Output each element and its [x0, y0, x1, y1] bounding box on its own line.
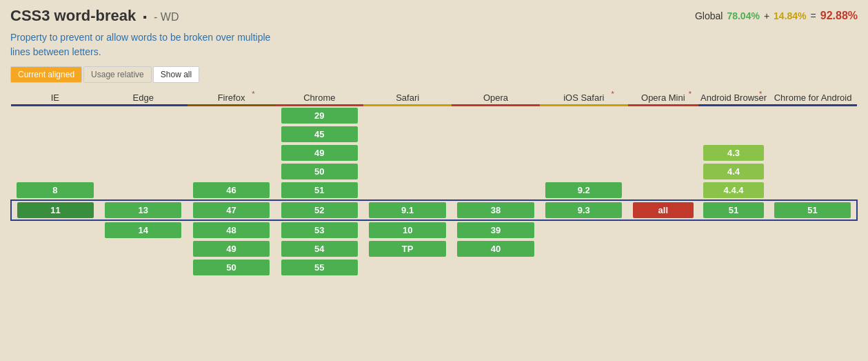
cell-wrapper	[769, 220, 857, 240]
document-icon: ▪	[143, 11, 147, 23]
cell-wrapper	[11, 106, 99, 125]
version-cell: 4.4.4	[703, 182, 764, 198]
ios-asterisk: *	[611, 90, 614, 98]
cell-wrapper: 38	[452, 200, 540, 220]
version-cell: 50	[193, 260, 270, 275]
browser-header-chrome: Chrome	[275, 90, 363, 104]
android-asterisk: *	[759, 90, 762, 98]
version-cell: all	[633, 202, 694, 218]
cell-wrapper	[628, 240, 698, 258]
cell-wrapper: 53	[275, 220, 363, 240]
browser-name-android: Android Browser	[700, 92, 767, 103]
table-row: 5055	[11, 258, 857, 277]
browser-header-edge: Edge	[99, 90, 188, 104]
version-cell: 9.3	[545, 202, 622, 218]
cell-wrapper	[452, 125, 540, 144]
tab-current-aligned[interactable]: Current aligned	[10, 66, 82, 83]
cell-wrapper: 51	[275, 181, 363, 200]
tab-show-all[interactable]: Show all	[153, 66, 199, 83]
cell-wrapper	[698, 125, 769, 144]
header-row: CSS3 word-break ▪ - WD Global 78.04% + 1…	[10, 7, 858, 25]
operamini-asterisk: *	[689, 90, 692, 98]
stat-equals: =	[811, 10, 816, 21]
cell-wrapper	[99, 144, 188, 162]
cell-wrapper	[99, 106, 188, 125]
description: Property to prevent or allow words to be…	[10, 30, 383, 59]
cell-wrapper	[769, 144, 857, 162]
browser-name-chrome: Chrome	[303, 92, 335, 103]
cell-wrapper: 14	[99, 220, 188, 240]
cell-wrapper: 4.3	[698, 144, 769, 162]
cell-wrapper	[698, 240, 769, 258]
browser-name-chromeandroid: Chrome for Android	[774, 92, 852, 103]
version-cell: 49	[281, 145, 358, 161]
description-line2: lines between letters.	[10, 46, 101, 57]
cell-wrapper: 9.1	[363, 200, 452, 220]
version-cell: 55	[281, 260, 358, 275]
version-cell: 39	[457, 222, 534, 238]
version-cell: 4.3	[703, 145, 764, 161]
tab-usage-relative[interactable]: Usage relative	[83, 66, 152, 83]
cell-wrapper	[452, 258, 540, 277]
cell-wrapper	[628, 181, 698, 200]
cell-wrapper	[99, 162, 188, 181]
version-cell: 51	[703, 202, 764, 218]
cell-wrapper	[628, 220, 698, 240]
table-row: 4954TP40	[11, 240, 857, 258]
cell-wrapper	[11, 125, 99, 144]
browser-header-opera: Opera	[452, 90, 540, 104]
cell-wrapper: 29	[275, 106, 363, 125]
cell-wrapper	[540, 240, 628, 258]
cell-wrapper: 51	[769, 200, 857, 220]
cell-wrapper	[11, 258, 99, 277]
version-cell: 53	[281, 222, 358, 238]
cell-wrapper	[628, 162, 698, 181]
page-title: CSS3 word-break ▪ - WD	[10, 7, 179, 25]
version-cell: 13	[105, 202, 181, 218]
version-cell: 51	[281, 182, 358, 198]
cell-wrapper	[363, 181, 452, 200]
table-row: 504.4	[11, 162, 857, 181]
cell-wrapper: 51	[698, 200, 769, 220]
table-row: 45	[11, 125, 857, 144]
cell-wrapper	[188, 106, 276, 125]
browser-header-operamini: * Opera Mini	[628, 90, 698, 104]
version-cell: 45	[281, 126, 358, 142]
browser-name-safari: Safari	[396, 92, 419, 103]
table-row: 111347529.1389.3all5151	[11, 200, 857, 220]
cell-wrapper	[452, 181, 540, 200]
cell-wrapper	[99, 181, 188, 200]
cell-wrapper	[698, 258, 769, 277]
cell-wrapper: all	[628, 200, 698, 220]
version-cell: 8	[17, 182, 93, 198]
version-cell: 52	[281, 202, 358, 218]
cell-wrapper	[769, 106, 857, 125]
cell-wrapper: 10	[363, 220, 452, 240]
version-cell: 48	[193, 222, 270, 238]
cell-wrapper	[628, 125, 698, 144]
browser-name-edge: Edge	[133, 92, 154, 103]
stat-plus: +	[764, 10, 769, 21]
version-cell: 11	[17, 202, 94, 218]
cell-wrapper	[188, 162, 276, 181]
version-cell: 49	[193, 241, 270, 257]
cell-wrapper	[11, 144, 99, 162]
browser-header-android: * Android Browser	[698, 90, 769, 104]
stat-yellow: 14.84%	[774, 10, 806, 21]
cell-wrapper: 48	[188, 220, 276, 240]
cell-wrapper	[363, 144, 452, 162]
cell-wrapper: 9.3	[540, 200, 628, 220]
cell-wrapper	[540, 125, 628, 144]
cell-wrapper: 45	[275, 125, 363, 144]
browser-header-ios: * iOS Safari	[540, 90, 628, 104]
browser-header-safari: Safari	[363, 90, 452, 104]
cell-wrapper	[540, 220, 628, 240]
table-row: 29	[11, 106, 857, 125]
browser-header-ie: IE	[11, 90, 99, 104]
cell-wrapper	[540, 258, 628, 277]
version-cell: 9.1	[369, 202, 445, 218]
title-text: CSS3 word-break	[10, 7, 136, 24]
global-label: Global	[695, 10, 723, 21]
cell-wrapper: 52	[275, 200, 363, 220]
cell-wrapper	[452, 162, 540, 181]
